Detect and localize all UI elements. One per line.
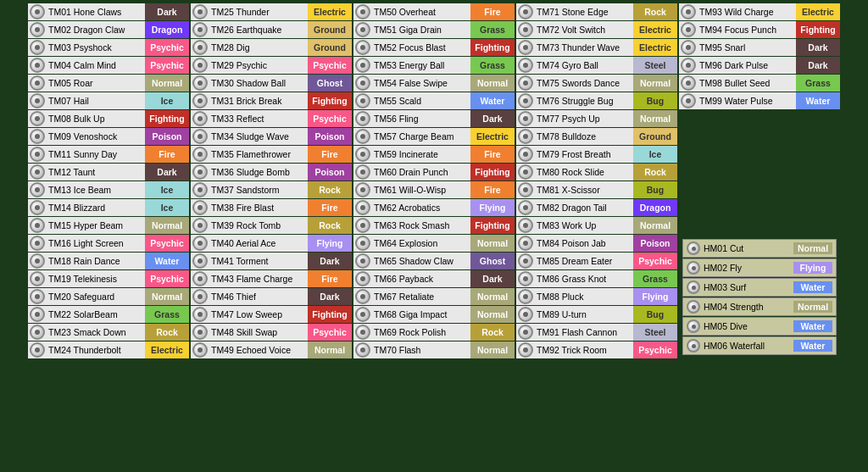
tm-row: TM26 EarthquakeGround	[191, 21, 352, 38]
tm-row: TM57 Charge BeamElectric	[353, 128, 515, 145]
tm-icon	[30, 147, 45, 162]
tm-type-badge: Water	[470, 92, 515, 109]
tm-type-badge: Fighting	[470, 217, 515, 234]
tm-name: TM14 Blizzard	[47, 203, 145, 213]
tm-icon	[192, 307, 208, 322]
tm-row: TM05 RoarNormal	[28, 75, 189, 92]
tm-row: TM23 Smack DownRock	[28, 324, 189, 341]
tm-type-badge: Psychic	[308, 57, 352, 74]
tm-row: TM95 SnarlDark	[679, 39, 840, 56]
tm-name: TM83 Work Up	[535, 220, 633, 230]
tm-type-badge: Dark	[145, 3, 189, 20]
hm-row: HM04 StrengthNormal	[682, 297, 837, 316]
tm-name: TM30 Shadow Ball	[209, 78, 308, 88]
tm-row: TM12 TauntDark	[28, 164, 189, 180]
tm-icon	[355, 236, 370, 251]
tm-name: TM19 Telekinesis	[47, 274, 145, 284]
tm-type-badge: Ghost	[470, 253, 515, 269]
hm-row: HM01 CutNormal	[682, 239, 837, 258]
tm-name: TM05 Roar	[47, 78, 145, 88]
tm-name: TM99 Water Pulse	[698, 96, 796, 106]
tm-icon	[30, 58, 45, 73]
tm-type-badge: Rock	[633, 3, 677, 20]
tm-row: TM38 Fire BlastFire	[191, 199, 352, 216]
tm-row: TM40 Aerial AceFlying	[191, 235, 352, 252]
tm-name: TM66 Payback	[372, 274, 470, 284]
tm-name: TM03 Psyshock	[47, 42, 145, 53]
tm-name: TM82 Dragon Tail	[535, 203, 633, 213]
tm-icon	[30, 22, 45, 37]
tm-row: TM94 Focus PunchFighting	[679, 21, 840, 38]
tm-row: TM50 OverheatFire	[353, 3, 515, 20]
hm-row: HM03 SurfWater	[682, 278, 837, 297]
tm-row: TM52 Focus BlastFighting	[353, 39, 515, 56]
tm-icon	[681, 22, 696, 37]
tm-type-badge: Fighting	[470, 39, 515, 56]
tm-name: TM26 Earthquake	[209, 25, 308, 35]
tm-name: TM04 Calm Mind	[47, 60, 145, 70]
tm-row: TM86 Grass KnotGrass	[516, 270, 677, 287]
tm-row: TM54 False SwipeNormal	[353, 75, 515, 92]
tm-type-badge: Dragon	[633, 199, 677, 216]
tm-row: TM88 PluckFlying	[516, 288, 677, 305]
tm-type-badge: Rock	[308, 181, 352, 198]
tm-icon	[30, 182, 45, 197]
tm-name: TM96 Dark Pulse	[698, 60, 796, 70]
tm-name: TM22 SolarBeam	[47, 309, 145, 319]
tm-icon	[192, 164, 208, 180]
tm-type-badge: Fighting	[308, 306, 352, 323]
tm-type-badge: Normal	[145, 288, 189, 305]
tm-type-badge: Psychic	[633, 253, 677, 269]
tm-icon	[355, 40, 370, 55]
tm-name: TM75 Swords Dance	[535, 78, 633, 88]
tm-type-badge: Normal	[145, 75, 189, 92]
column-col3: TM50 OverheatFireTM51 Giga DrainGrassTM5…	[353, 3, 515, 358]
tm-icon	[518, 342, 533, 358]
hm-icon	[687, 261, 700, 275]
tm-row: TM55 ScaldWater	[353, 92, 515, 109]
tm-name: TM35 Flamethrower	[209, 149, 308, 159]
tm-row: TM43 Flame ChargeFire	[191, 270, 352, 287]
tm-type-badge: Fire	[308, 146, 352, 163]
tm-type-badge: Fire	[470, 146, 515, 163]
tm-icon	[518, 93, 533, 108]
tm-row: TM04 Calm MindPsychic	[28, 57, 189, 74]
tm-name: TM08 Bulk Up	[47, 114, 145, 124]
tm-type-badge: Normal	[470, 288, 515, 305]
tm-row: TM61 Will-O-WispFire	[353, 181, 515, 198]
tm-type-badge: Grass	[633, 270, 677, 287]
tm-name: TM91 Flash Cannon	[535, 327, 633, 337]
tm-name: TM88 Pluck	[535, 292, 633, 302]
tm-name: TM46 Thief	[209, 292, 308, 302]
tm-icon	[681, 75, 696, 91]
hm-type-badge: Water	[793, 281, 832, 293]
tm-row: TM03 PsyshockPsychic	[28, 39, 189, 56]
tm-row: TM16 Light ScreenPsychic	[28, 235, 189, 252]
tm-icon	[192, 218, 208, 233]
tm-type-badge: Normal	[470, 342, 515, 358]
tm-icon	[518, 236, 533, 251]
tm-row: TM65 Shadow ClawGhost	[353, 253, 515, 269]
tm-row: TM85 Dream EaterPsychic	[516, 253, 677, 269]
tm-row: TM37 SandstormRock	[191, 181, 352, 198]
tm-row: TM24 ThunderboltElectric	[28, 342, 189, 358]
tm-name: TM79 Frost Breath	[535, 149, 633, 159]
tm-name: TM53 Energy Ball	[372, 60, 470, 70]
tm-type-badge: Fire	[308, 199, 352, 216]
hm-type-badge: Flying	[793, 262, 832, 274]
tm-row: TM68 Giga ImpactNormal	[353, 306, 515, 323]
tm-name: TM86 Grass Knot	[535, 274, 633, 284]
tm-row: TM33 ReflectPsychic	[191, 110, 352, 127]
tm-type-badge: Ice	[145, 92, 189, 109]
tm-name: TM16 Light Screen	[47, 238, 145, 248]
tm-name: TM62 Acrobatics	[372, 203, 470, 213]
tm-icon	[30, 307, 45, 322]
column-col1: TM01 Hone ClawsDarkTM02 Dragon ClawDrago…	[28, 3, 189, 358]
tm-name: TM43 Flame Charge	[209, 274, 308, 284]
tm-row: TM15 Hyper BeamNormal	[28, 217, 189, 234]
tm-name: TM74 Gyro Ball	[535, 60, 633, 70]
tm-type-badge: Flying	[633, 288, 677, 305]
tm-row: TM11 Sunny DayFire	[28, 146, 189, 163]
tm-type-badge: Grass	[145, 306, 189, 323]
tm-row: TM02 Dragon ClawDragon	[28, 21, 189, 38]
